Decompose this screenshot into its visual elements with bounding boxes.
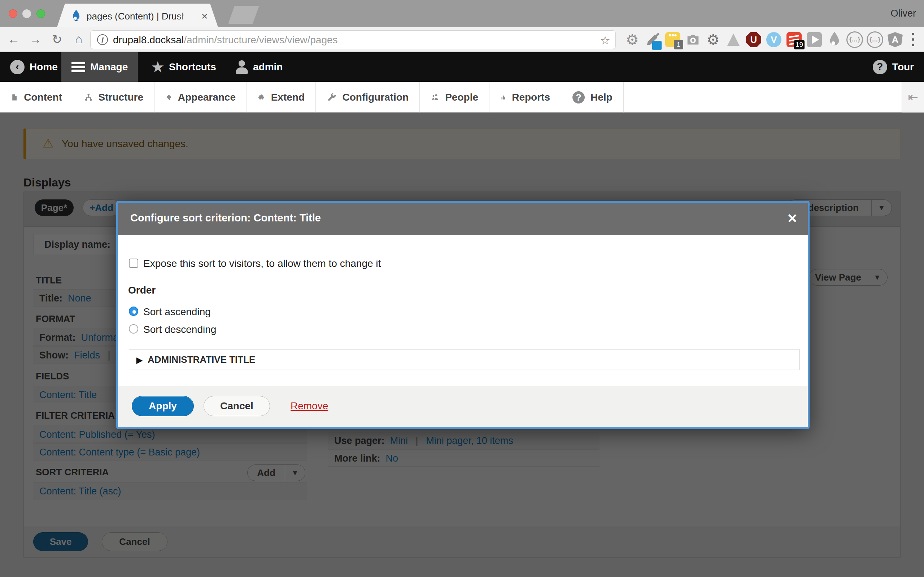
sitemap-icon (84, 91, 93, 103)
browser-menu-icon[interactable] (909, 31, 916, 48)
browser-tab-strip: pages (Content) | Drush Site-I × Oliver (0, 0, 924, 27)
menu-extend[interactable]: Extend (247, 82, 316, 113)
new-tab-button[interactable] (228, 6, 259, 24)
toolbar-home[interactable]: ‹ Home (0, 52, 68, 82)
remove-link[interactable]: Remove (291, 400, 328, 412)
expose-sort-checkbox[interactable] (129, 259, 138, 268)
toolbar-user[interactable]: admin (226, 52, 293, 82)
back-icon[interactable]: ← (6, 32, 22, 46)
drupal-favicon-icon (71, 10, 82, 22)
url-host: drupal8.docksal (113, 34, 184, 45)
todoist-extension-badge: 19 (794, 40, 804, 49)
user-icon (236, 60, 248, 74)
browser-nav-bar: ← → ↻ ⌂ i drupal8.docksal/admin/structur… (0, 27, 924, 52)
sort-descending-radio[interactable] (129, 324, 138, 334)
toolbar-shortcuts[interactable]: ★ Shortcuts (142, 52, 226, 82)
url-text: drupal8.docksal/admin/structure/views/vi… (113, 34, 338, 46)
notes-extension-badge: 1 (674, 40, 683, 49)
screen: pages (Content) | Drush Site-I × Oliver … (0, 0, 924, 577)
toolbar-collapse-icon[interactable]: ⇤ (901, 82, 924, 113)
collapsed-arrow-icon: ▶ (136, 356, 142, 364)
browser-tab[interactable]: pages (Content) | Drush Site-I × (57, 3, 218, 27)
braces-extension-icon-2[interactable]: {…} (867, 31, 883, 48)
bookmark-star-icon[interactable]: ☆ (600, 34, 611, 47)
angular-extension-icon[interactable]: A (887, 31, 903, 48)
url-bar[interactable]: i drupal8.docksal/admin/structure/views/… (90, 30, 616, 49)
sort-ascending-label[interactable]: Sort ascending (143, 306, 211, 318)
toolbar-tour-label: Tour (892, 61, 914, 73)
menu-help-label: Help (591, 92, 612, 103)
wrench-icon (327, 91, 336, 103)
ublock-extension-icon[interactable]: U (745, 31, 762, 48)
toolbar-manage[interactable]: Manage (61, 52, 138, 82)
window-minimize-button[interactable] (23, 10, 31, 18)
braces-extension-icon-1[interactable]: {…} (846, 31, 863, 48)
paintbrush-icon (166, 91, 172, 103)
menu-configuration-label: Configuration (342, 92, 409, 103)
drive-extension-icon[interactable] (725, 31, 742, 48)
browser-profile-name[interactable]: Oliver (890, 8, 916, 19)
menu-people-label: People (445, 92, 478, 103)
tab-close-icon[interactable]: × (201, 10, 208, 23)
modal-cancel-button[interactable]: Cancel (204, 396, 270, 416)
menu-appearance[interactable]: Appearance (155, 82, 247, 113)
menu-reports-label: Reports (512, 92, 550, 103)
toolbar-user-label: admin (253, 61, 283, 73)
menu-people[interactable]: People (420, 82, 489, 113)
expose-sort-label[interactable]: Expose this sort to visitors, to allow t… (143, 258, 381, 269)
drupal-extension-icon[interactable] (826, 31, 843, 48)
v-circle-extension-icon[interactable]: V (766, 31, 782, 48)
configure-sort-modal: Configure sort criterion: Content: Title… (116, 201, 809, 429)
menu-help[interactable]: ? Help (562, 82, 624, 113)
menu-content-label: Content (24, 92, 62, 103)
shortcuts-star-icon: ★ (152, 60, 164, 74)
apply-button[interactable]: Apply (132, 396, 194, 416)
toolbar-shortcuts-label: Shortcuts (169, 61, 216, 73)
site-info-icon[interactable]: i (97, 34, 108, 45)
toolbar-tour[interactable]: ? Tour (863, 52, 924, 82)
menu-appearance-label: Appearance (178, 92, 236, 103)
gear-extension-icon[interactable]: ⚙ (624, 31, 641, 48)
tab-title-fade (176, 9, 201, 24)
play-extension-icon[interactable] (806, 31, 822, 48)
todoist-extension-icon[interactable]: 19 (786, 31, 802, 48)
forward-icon[interactable]: → (27, 32, 43, 46)
window-close-button[interactable] (9, 10, 17, 18)
help-question-icon: ? (572, 91, 585, 103)
administrative-title-fieldset[interactable]: ▶ADMINISTRATIVE TITLE (129, 349, 800, 370)
menu-reports[interactable]: Reports (490, 82, 561, 113)
toolbar-home-label: Home (30, 61, 58, 73)
administrative-title-legend[interactable]: ▶ADMINISTRATIVE TITLE (136, 354, 255, 365)
order-label: Order (128, 285, 155, 296)
menu-structure-label: Structure (99, 92, 143, 103)
colorpicker-extension-icon[interactable] (644, 31, 661, 48)
modal-footer: Apply Cancel Remove (118, 386, 808, 427)
modal-close-icon[interactable]: × (788, 209, 797, 227)
menu-structure[interactable]: Structure (74, 82, 155, 113)
menu-configuration[interactable]: Configuration (316, 82, 420, 113)
home-icon[interactable]: ⌂ (71, 32, 87, 46)
tour-question-icon: ? (873, 60, 887, 74)
admin-menu-bar: Content Structure Appearance Extend Conf… (0, 82, 924, 113)
modal-title: Configure sort criterion: Content: Title (130, 212, 321, 224)
hamburger-icon (71, 62, 85, 73)
puzzle-icon (258, 91, 265, 103)
toolbar-manage-label: Manage (90, 61, 128, 73)
bar-chart-icon (501, 91, 506, 103)
document-icon (11, 91, 18, 103)
sort-descending-label[interactable]: Sort descending (143, 324, 216, 335)
menu-extend-label: Extend (271, 92, 305, 103)
url-path: /admin/structure/views/view/pages (184, 34, 338, 45)
notes-extension-icon[interactable]: ••• 1 (664, 31, 681, 48)
admin-toolbar: ‹ Home Manage ★ Shortcuts admin ? Tour (0, 52, 924, 82)
reload-icon[interactable]: ↻ (49, 32, 65, 47)
menu-content[interactable]: Content (0, 82, 73, 113)
back-to-site-icon: ‹ (10, 60, 24, 74)
cog-extension-icon[interactable]: ⚙ (705, 31, 722, 48)
modal-header[interactable]: Configure sort criterion: Content: Title… (118, 203, 808, 235)
people-icon (431, 91, 439, 103)
camera-extension-icon[interactable] (685, 31, 701, 48)
tab-title: pages (Content) | Drush Site-I (87, 11, 184, 22)
window-zoom-button[interactable] (36, 10, 45, 18)
sort-ascending-radio[interactable] (129, 306, 138, 316)
